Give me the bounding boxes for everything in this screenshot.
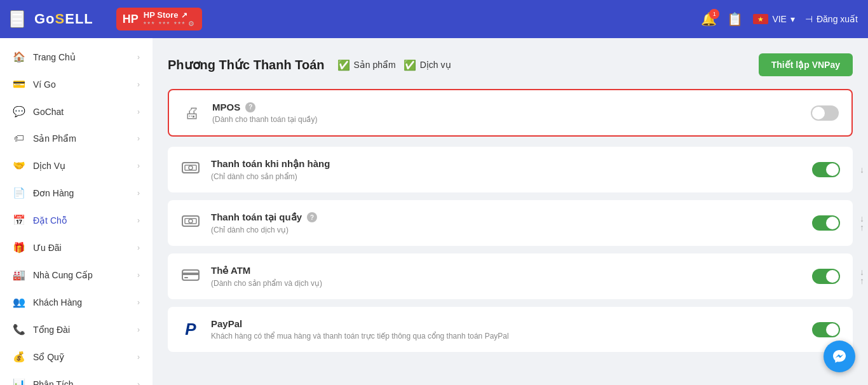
sidebar-item-dat-cho[interactable]: 📅 Đặt Chỗ › xyxy=(0,206,153,234)
counter-icon xyxy=(180,214,201,232)
sidebar: 🏠 Trang Chủ › 💳 Ví Go › 💬 GoChat › 🏷 Sản… xyxy=(0,38,153,385)
page-title: Phương Thức Thanh Toán xyxy=(168,57,325,72)
sidebar-label-dich-vu: Dịch Vụ xyxy=(33,161,65,171)
sidebar-label-vi-go: Ví Go xyxy=(33,79,56,90)
store-link-icon[interactable]: ↗ xyxy=(181,11,187,20)
chevron-right-icon: › xyxy=(137,189,140,198)
store-name: HP Store ↗ xyxy=(144,10,196,20)
sort-arrows-tai-quay: ↓ ↑ xyxy=(860,214,864,232)
language-button[interactable]: VIE ▾ xyxy=(753,14,795,24)
language-label: VIE xyxy=(772,14,787,24)
chevron-right-icon: › xyxy=(137,353,140,361)
bell-button[interactable]: 🔔 1 xyxy=(701,11,717,27)
sidebar-item-don-hang[interactable]: 📄 Đơn Hàng › xyxy=(0,179,153,206)
sidebar-label-nha-cung-cap: Nhà Cung Cấp xyxy=(33,270,93,280)
payment-card-the-atm: Thẻ ATM (Dành cho sản phẩm và dịch vụ) ↓… xyxy=(168,253,853,299)
logout-button[interactable]: ⊣ Đăng xuất xyxy=(805,14,858,24)
logo: GoSELL xyxy=(34,11,93,27)
svg-point-2 xyxy=(189,166,193,170)
mpos-help-icon[interactable]: ? xyxy=(245,102,255,112)
page-header: Phương Thức Thanh Toán ✅ Sản phẩm ✅ Dịch… xyxy=(168,53,853,76)
sort-up-tai-quay[interactable]: ↑ xyxy=(860,223,864,232)
chevron-right-icon: › xyxy=(137,325,140,334)
filter-san-pham[interactable]: ✅ Sản phẩm xyxy=(337,59,396,71)
cash-icon xyxy=(180,161,201,179)
chevron-right-icon: › xyxy=(137,298,140,307)
sidebar-item-uu-dai[interactable]: 🎁 Ưu Đãi › xyxy=(0,234,153,261)
payment-card-mpos: 🖨 MPOS ? (Dành cho thanh toán tại quầy) xyxy=(168,89,853,137)
check-san-pham-icon: ✅ xyxy=(337,59,350,71)
chevron-right-icon: › xyxy=(137,161,140,170)
sidebar-item-vi-go[interactable]: 💳 Ví Go › xyxy=(0,71,153,98)
store-settings-icon[interactable]: ⚙ xyxy=(188,20,196,28)
sidebar-label-tong-dai: Tổng Đài xyxy=(33,325,70,335)
paypal-title: PayPal xyxy=(211,318,802,329)
wallet-icon: 💳 xyxy=(13,78,25,90)
sidebar-item-so-quy[interactable]: 💰 Sổ Quỹ › xyxy=(0,343,153,370)
sort-down-nhan-hang[interactable]: ↓ xyxy=(860,165,864,174)
chevron-right-icon: › xyxy=(137,107,140,116)
order-icon: 📄 xyxy=(13,187,25,199)
chevron-right-icon: › xyxy=(137,53,140,62)
sidebar-label-trang-chu: Trang Chủ xyxy=(33,52,76,62)
header: ☰ GoSELL HP HP Store ↗ *** *** *** ⚙ 🔔 1… xyxy=(0,0,868,38)
filter-dich-vu[interactable]: ✅ Dịch vụ xyxy=(403,59,451,71)
sidebar-label-uu-dai: Ưu Đãi xyxy=(33,243,62,253)
filter-group: ✅ Sản phẩm ✅ Dịch vụ xyxy=(337,59,451,71)
sidebar-item-trang-chu[interactable]: 🏠 Trang Chủ › xyxy=(0,43,153,71)
promotion-icon: 🎁 xyxy=(13,241,25,253)
sidebar-item-nha-cung-cap[interactable]: 🏭 Nhà Cung Cấp › xyxy=(0,261,153,288)
filter-san-pham-label: Sản phẩm xyxy=(354,60,396,70)
home-icon: 🏠 xyxy=(13,51,25,63)
mpos-subtitle: (Dành cho thanh toán tại quầy) xyxy=(212,115,801,124)
sidebar-item-go-chat[interactable]: 💬 GoChat › xyxy=(0,98,153,125)
chevron-right-icon: › xyxy=(137,380,140,386)
mpos-icon: 🖨 xyxy=(182,104,202,122)
logout-icon: ⊣ xyxy=(805,14,813,24)
nhan-hang-subtitle: (Chỉ dành cho sản phẩm) xyxy=(211,172,802,181)
paypal-subtitle: Khách hàng có thể mua hàng và thanh toán… xyxy=(211,332,802,341)
paypal-toggle[interactable] xyxy=(812,322,840,337)
store-stars: *** *** *** ⚙ xyxy=(144,20,196,28)
atm-icon xyxy=(180,267,201,285)
svg-rect-7 xyxy=(182,273,199,275)
mpos-toggle[interactable] xyxy=(811,105,839,121)
sidebar-item-khach-hang[interactable]: 👥 Khách Hàng › xyxy=(0,288,153,316)
nhan-hang-toggle[interactable] xyxy=(812,162,840,177)
bell-badge: 1 xyxy=(709,9,719,19)
the-atm-toggle[interactable] xyxy=(812,269,840,284)
sidebar-item-tong-dai[interactable]: 📞 Tổng Đài › xyxy=(0,316,153,343)
tai-quay-subtitle: (Chỉ dành cho dịch vụ) xyxy=(211,226,802,234)
booking-icon: 📅 xyxy=(13,214,25,226)
sidebar-label-dat-cho: Đặt Chỗ xyxy=(33,215,67,226)
chevron-right-icon: › xyxy=(137,134,140,143)
hamburger-icon[interactable]: ☰ xyxy=(10,10,24,28)
sidebar-label-san-pham: Sản Phẩm xyxy=(33,133,76,144)
payment-card-nhan-hang: Thanh toán khi nhận hàng (Chỉ dành cho s… xyxy=(168,147,853,192)
mpos-title: MPOS ? xyxy=(212,102,801,112)
sort-down-atm[interactable]: ↓ xyxy=(860,267,864,276)
payment-card-tai-quay: Thanh toán tại quầy ? (Chỉ dành cho dịch… xyxy=(168,200,853,246)
chevron-right-icon: › xyxy=(137,216,140,225)
svg-point-5 xyxy=(189,219,193,223)
sidebar-item-san-pham[interactable]: 🏷 Sản Phẩm › xyxy=(0,125,153,152)
supplier-icon: 🏭 xyxy=(13,269,25,281)
store-badge-icon: HP xyxy=(123,13,139,26)
sort-down-tai-quay[interactable]: ↓ xyxy=(860,214,864,223)
vnpay-button[interactable]: Thiết lập VNPay xyxy=(759,53,853,76)
the-atm-subtitle: (Dành cho sản phẩm và dịch vụ) xyxy=(211,279,802,288)
chevron-right-icon: › xyxy=(137,271,140,280)
logo-text: GoSELL xyxy=(34,11,93,27)
sort-arrows-atm: ↓ ↑ xyxy=(860,267,864,285)
sidebar-item-phan-tich[interactable]: 📊 Phân Tích › xyxy=(0,370,153,385)
messenger-fab-button[interactable] xyxy=(824,341,855,372)
sidebar-label-so-quy: Sổ Quỹ xyxy=(33,352,64,362)
chevron-right-icon: › xyxy=(137,243,140,252)
sort-up-atm[interactable]: ↑ xyxy=(860,276,864,285)
tai-quay-help-icon[interactable]: ? xyxy=(307,212,317,222)
clipboard-button[interactable]: 📋 xyxy=(727,11,743,27)
paypal-icon: P xyxy=(180,320,201,339)
chevron-right-icon: › xyxy=(137,80,140,89)
tai-quay-toggle[interactable] xyxy=(812,215,840,231)
sidebar-item-dich-vu[interactable]: 🤝 Dịch Vụ › xyxy=(0,152,153,179)
